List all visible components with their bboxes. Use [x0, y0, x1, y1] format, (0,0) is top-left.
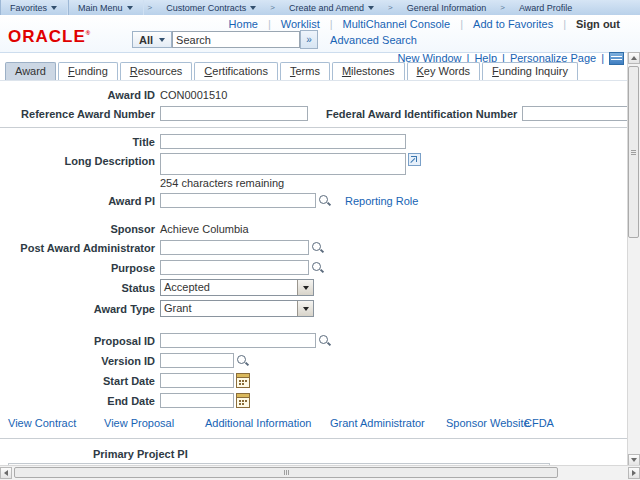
version-id-input[interactable] — [160, 353, 234, 368]
additional-information-link[interactable]: Additional Information — [205, 417, 311, 429]
tab-milestones[interactable]: Milestones — [332, 62, 405, 80]
breadcrumb-create-and-amend[interactable]: Create and Amend — [279, 0, 384, 15]
breadcrumb-label: Award Profile — [519, 3, 572, 13]
status-label: Status — [0, 282, 155, 294]
calendar-icon[interactable] — [236, 373, 250, 388]
search-input[interactable] — [172, 31, 300, 48]
tab-label: Key Words — [417, 65, 471, 77]
scroll-up-icon[interactable] — [628, 52, 640, 64]
view-contract-link[interactable]: View Contract — [8, 417, 76, 429]
sign-out-link[interactable]: Sign out — [566, 18, 630, 30]
breadcrumb-award-profile[interactable]: Award Profile — [509, 0, 582, 15]
breadcrumb-label: Customer Contracts — [166, 3, 246, 13]
tab-label: Funding — [68, 65, 108, 77]
reference-award-number-label: Reference Award Number — [0, 108, 155, 120]
chevron-down-icon — [368, 6, 374, 10]
breadcrumb-label: Main Menu — [78, 3, 123, 13]
breadcrumb-general-information[interactable]: General Information — [397, 0, 497, 15]
tab-label: Milestones — [342, 65, 395, 77]
breadcrumb-main-menu[interactable]: Main Menu — [68, 0, 144, 15]
tab-strip: Award Funding Resources Certifications T… — [0, 63, 628, 81]
breadcrumb-separator: > — [384, 3, 397, 12]
post-award-administrator-input[interactable] — [160, 240, 309, 255]
scroll-left-icon[interactable] — [0, 467, 12, 479]
sponsor-website-link[interactable]: Sponsor Website — [446, 417, 530, 429]
chevron-down-icon — [127, 6, 133, 10]
cfda-link[interactable]: CFDA — [524, 417, 554, 429]
tab-key-words[interactable]: Key Words — [407, 62, 481, 80]
tab-funding[interactable]: Funding — [58, 62, 118, 80]
reference-award-number-input[interactable] — [160, 106, 308, 121]
breadcrumb: Favorites Main Menu > Customer Contracts… — [0, 0, 640, 16]
header-links: Home| Worklist| MultiChannel Console| Ad… — [219, 18, 630, 30]
horizontal-scrollbar[interactable] — [0, 465, 640, 480]
breadcrumb-label: General Information — [407, 3, 487, 13]
award-type-value: Grant — [161, 301, 297, 316]
vertical-scrollbar[interactable] — [627, 52, 640, 466]
tab-label: Award — [15, 65, 46, 77]
primary-project-pi-label: Primary Project PI — [93, 448, 628, 460]
award-type-select[interactable]: Grant — [160, 300, 314, 317]
status-select[interactable]: Accepted — [160, 279, 314, 296]
tab-certifications[interactable]: Certifications — [194, 62, 278, 80]
search-go-button[interactable]: » — [300, 30, 318, 49]
purpose-label: Purpose — [0, 262, 155, 274]
vertical-scrollbar-thumb[interactable] — [628, 66, 639, 238]
calendar-icon[interactable] — [236, 393, 250, 408]
chevron-down-icon — [159, 38, 165, 42]
view-proposal-link[interactable]: View Proposal — [104, 417, 174, 429]
lookup-icon[interactable] — [318, 334, 331, 347]
chevron-down-icon — [250, 6, 256, 10]
tab-award[interactable]: Award — [5, 62, 56, 80]
title-input[interactable] — [160, 134, 406, 149]
expand-icon[interactable] — [408, 153, 421, 166]
long-description-textarea[interactable] — [160, 153, 406, 175]
purpose-input[interactable] — [160, 260, 309, 275]
reporting-role-link[interactable]: Reporting Role — [345, 195, 418, 207]
award-type-label: Award Type — [0, 303, 155, 315]
lookup-icon[interactable] — [311, 241, 324, 254]
award-pi-input[interactable] — [160, 193, 316, 208]
tab-resources[interactable]: Resources — [120, 62, 193, 80]
long-description-label: Long Description — [0, 153, 155, 167]
breadcrumb-customer-contracts[interactable]: Customer Contracts — [156, 0, 266, 15]
oracle-logo: ORACLE® — [8, 27, 91, 47]
dropdown-arrow-icon[interactable] — [297, 280, 313, 295]
characters-remaining-text: 254 characters remaining — [160, 177, 628, 189]
tab-terms[interactable]: Terms — [280, 62, 330, 80]
federal-award-id-label: Federal Award Identification Number — [326, 108, 517, 120]
sponsor-value: Achieve Columbia — [160, 223, 249, 235]
award-pi-label: Award PI — [0, 195, 155, 207]
advanced-search-link[interactable]: Advanced Search — [330, 34, 417, 46]
status-value: Accepted — [161, 280, 297, 295]
horizontal-scrollbar-thumb[interactable] — [14, 467, 558, 478]
search-scope-value: All — [139, 34, 153, 46]
tab-funding-inquiry[interactable]: Funding Inquiry — [482, 62, 578, 80]
grant-administrator-link[interactable]: Grant Administrator — [330, 417, 425, 429]
multichannel-console-link[interactable]: MultiChannel Console — [333, 18, 461, 30]
scroll-right-icon[interactable] — [628, 467, 640, 479]
search-scope-dropdown[interactable]: All — [132, 31, 172, 48]
lookup-icon[interactable] — [236, 354, 249, 367]
search-bar: All » Advanced Search — [132, 30, 417, 49]
home-link[interactable]: Home — [219, 18, 268, 30]
title-label: Title — [0, 136, 155, 148]
start-date-input[interactable] — [160, 373, 234, 388]
end-date-label: End Date — [0, 395, 155, 407]
federal-award-id-input[interactable] — [522, 106, 640, 121]
worklist-link[interactable]: Worklist — [271, 18, 330, 30]
lookup-icon[interactable] — [311, 261, 324, 274]
award-form: Award ID CON0001510 Reference Award Numb… — [0, 81, 628, 465]
end-date-input[interactable] — [160, 393, 234, 408]
breadcrumb-separator: > — [266, 3, 279, 12]
divider — [0, 438, 628, 439]
breadcrumb-separator: > — [144, 3, 157, 12]
breadcrumb-label: Create and Amend — [289, 3, 364, 13]
proposal-id-input[interactable] — [160, 333, 316, 348]
breadcrumb-favorites[interactable]: Favorites — [0, 0, 68, 15]
breadcrumb-label: Favorites — [10, 3, 47, 13]
add-to-favorites-link[interactable]: Add to Favorites — [463, 18, 563, 30]
dropdown-arrow-icon[interactable] — [297, 301, 313, 316]
divider — [0, 127, 628, 128]
lookup-icon[interactable] — [318, 194, 331, 207]
